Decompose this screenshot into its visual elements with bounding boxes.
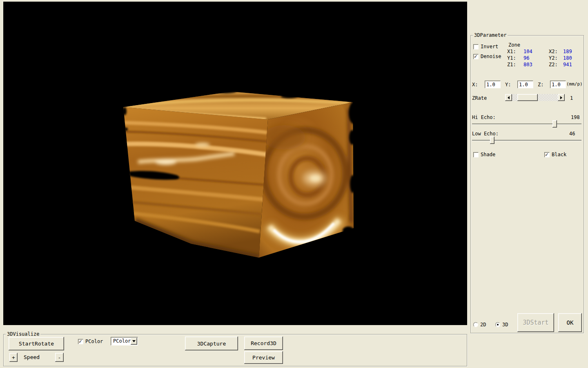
hi-echo-slider-thumb[interactable] [552,120,557,128]
invert-checkbox-box[interactable] [473,44,479,49]
visualize-panel-title: 3DVisualize [6,331,40,337]
zone-z2-label: Z2: [549,62,558,67]
black-checkbox[interactable]: Black [544,152,566,157]
app-window: 3DParameter Invert Denoise Zone X1: 104 … [0,0,588,368]
denoise-checkbox[interactable]: Denoise [473,54,501,59]
zrate-scrollbar[interactable] [505,94,565,101]
low-echo-label: Low Echo: [472,131,499,137]
chevron-down-icon [132,340,136,342]
scale-y-label: Y: [505,82,511,88]
mode-3d-radio[interactable]: 3D [495,322,508,328]
zone-x2-label: X2: [549,49,558,54]
zone-z2-value: 941 [563,62,572,67]
preview-button[interactable]: Preview [244,351,283,364]
hi-echo-label: Hi Echo: [472,114,496,120]
pcolor-select-button[interactable] [131,338,137,345]
pcolor-checkbox-box[interactable] [78,339,83,344]
speed-plus-button[interactable]: + [9,353,18,362]
denoise-checkbox-label: Denoise [481,54,501,59]
3dcapture-button[interactable]: 3DCapture [185,337,238,350]
zrate-scroll-left-button[interactable] [505,94,512,101]
arrow-left-icon [508,96,510,99]
zone-x2-value: 189 [563,49,572,54]
zrate-scrollbar-thumb[interactable] [517,94,538,101]
mode-2d-radio[interactable]: 2D [473,322,486,328]
visualize-panel: 3DVisualize StartRotate PColor PColor 3D… [3,334,467,366]
scale-z-input[interactable] [550,81,566,88]
low-echo-value: 46 [569,131,575,137]
mode-3d-radio-label: 3D [502,322,508,328]
arrow-right-icon [560,96,562,99]
low-echo-slider-track[interactable] [472,140,581,141]
start-rotate-button[interactable]: StartRotate [9,337,64,350]
shade-checkbox[interactable]: Shade [473,152,495,157]
parameter-panel: 3DParameter Invert Denoise Zone X1: 104 … [470,35,584,333]
zone-x1-label: X1: [507,49,516,54]
scale-x-input[interactable] [485,81,501,88]
scale-y-input[interactable] [517,81,533,88]
mode-2d-radio-label: 2D [480,322,486,328]
3dstart-button[interactable]: 3DStart [517,313,554,332]
ok-button[interactable]: OK [558,313,582,332]
zrate-label: ZRate [472,95,487,101]
zone-y1-value: 96 [523,55,529,61]
zone-y2-label: Y2: [549,55,558,61]
zrate-scrollbar-track[interactable] [512,94,558,101]
3d-viewport[interactable] [3,2,467,325]
zrate-value: 1 [570,95,573,101]
low-echo-slider-thumb[interactable] [490,137,494,144]
hi-echo-slider-track[interactable] [472,123,581,124]
shade-checkbox-label: Shade [481,152,495,157]
invert-checkbox-label: Invert [481,44,498,49]
speed-label: Speed [24,355,40,360]
scale-z-label: Z: [538,82,543,88]
zone-y2-value: 180 [563,55,572,61]
mode-2d-radio-circle[interactable] [473,322,478,327]
zone-title: Zone [508,42,520,48]
zone-y1-label: Y1: [507,55,516,61]
hi-echo-value: 198 [571,114,580,120]
scale-x-label: X: [472,82,478,88]
zone-z1-value: 803 [523,62,532,67]
pcolor-checkbox-label: PColor [85,339,103,344]
record3d-button[interactable]: Record3D [244,337,283,350]
shade-checkbox-box[interactable] [473,152,479,157]
denoise-checkbox-box[interactable] [473,54,479,59]
invert-checkbox[interactable]: Invert [473,44,498,49]
black-checkbox-label: Black [552,152,566,157]
speed-minus-button[interactable]: - [55,353,64,362]
zone-x1-value: 104 [523,49,532,54]
pcolor-checkbox[interactable]: PColor [78,339,103,344]
mode-3d-radio-circle[interactable] [495,322,500,327]
zrate-scroll-right-button[interactable] [558,94,565,101]
pcolor-select-value: PColor [113,338,131,344]
ultrasound-volume-render [3,2,467,325]
pcolor-select[interactable]: PColor [111,337,138,346]
zone-z1-label: Z1: [507,62,516,67]
black-checkbox-box[interactable] [544,152,550,157]
parameter-panel-title: 3DParameter [473,32,508,38]
scale-unit-label: (mm/p) [566,81,583,87]
